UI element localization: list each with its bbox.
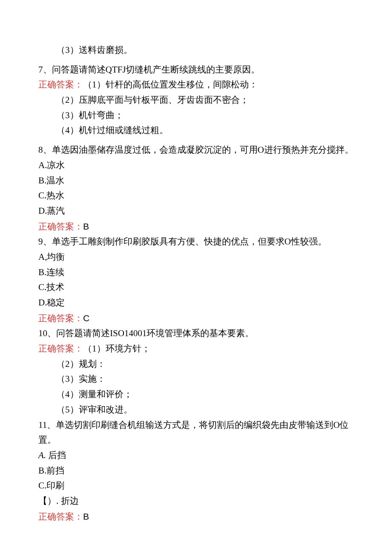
answer-11: 正确答案：B xyxy=(38,509,354,525)
answer-label: 正确答案： xyxy=(38,221,83,232)
answer-text: C xyxy=(83,313,89,323)
answer-9: 正确答案：C xyxy=(38,311,354,326)
option-9-c: C.技术 xyxy=(38,280,354,295)
answer-label: 正确答案： xyxy=(38,343,83,354)
question-10: 10、问答题请简述ISO14001环境管理体系的基本要素。 xyxy=(38,326,354,341)
answer-text: （1）针杆的高低位置发生移位，间隙松动： xyxy=(83,79,258,90)
answer-text: B xyxy=(83,221,89,231)
option-11-a: A. 后挡 xyxy=(38,448,354,463)
answer-label: 正确答案： xyxy=(38,511,83,522)
answer-text: （1）环境方针； xyxy=(83,343,150,354)
option-11-b: B.前挡 xyxy=(38,463,354,479)
answer-10-line4: （4）测量和评价； xyxy=(38,387,354,402)
question-11: 11、单选切割印刷缝合机组输送方式是，将切割后的编织袋先由皮带输送到O位 置。 xyxy=(38,418,354,448)
question-7: 7、问答题请简述QTFJ切缝机产生断续跳线的主要原因。 xyxy=(38,62,354,78)
answer-label: 正确答案： xyxy=(38,313,83,323)
answer-10-line3: （3）实施： xyxy=(38,372,354,387)
answer-10-line2: （2）规划： xyxy=(38,357,354,372)
option-11-d: 【）. 折边 xyxy=(38,494,354,509)
answer-7-line3: （3）机针弯曲； xyxy=(38,108,354,123)
option-9-a: A,均衡 xyxy=(38,250,354,265)
answer-7-line2: （2）压脚底平面与针板平面、牙齿齿面不密合； xyxy=(38,93,354,108)
option-9-d: D.稳定 xyxy=(38,295,354,311)
answer-text: B xyxy=(83,511,89,521)
option-8-d: D.蒸汽 xyxy=(38,203,354,219)
option-8-a: A.凉水 xyxy=(38,158,354,173)
option-8-b: B.温水 xyxy=(38,173,354,189)
answer-8: 正确答案：B xyxy=(38,219,354,235)
answer-10-line1: 正确答案：（1）环境方针； xyxy=(38,341,354,357)
answer-7-line4: （4）机针过细或缝线过粗。 xyxy=(38,123,354,138)
option-11-c: C.印刷 xyxy=(38,478,354,494)
answer-10-line5: （5）评审和改进。 xyxy=(38,402,354,418)
answer-label: 正确答案： xyxy=(38,79,83,90)
option-8-c: C.热水 xyxy=(38,188,354,203)
question-8: 8、单选因油墨储存温度过低，会造成凝胶沉淀的，可用O进行预热并充分搅拌。 xyxy=(38,142,354,158)
answer-7-line1: 正确答案：（1）针杆的高低位置发生移位，间隙松动： xyxy=(38,77,354,93)
question-9: 9、单选手工雕刻制作印刷胶版具有方便、快捷的优点，但要求O性较强。 xyxy=(38,234,354,250)
option-9-b: B.连续 xyxy=(38,265,354,280)
prev-answer-tail: （3）送料齿磨损。 xyxy=(38,43,354,58)
